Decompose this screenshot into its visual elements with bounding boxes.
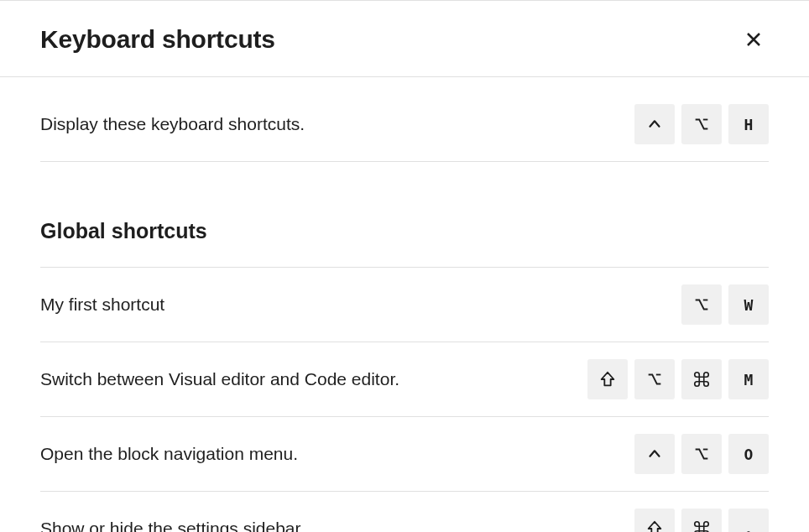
- key-m: M: [728, 359, 769, 399]
- shortcut-keys: O: [634, 434, 769, 474]
- key-shift: [634, 509, 675, 532]
- key-control: [634, 104, 675, 144]
- option-icon: [692, 115, 711, 133]
- shift-icon: [645, 519, 664, 532]
- shortcut-keys: H: [634, 104, 769, 144]
- modal-title: Keyboard shortcuts: [40, 25, 275, 54]
- close-icon: [744, 29, 764, 50]
- command-icon: [692, 519, 711, 532]
- shortcut-label: My first shortcut: [40, 295, 164, 315]
- shift-icon: [598, 370, 617, 389]
- shortcut-keys: ,: [634, 509, 769, 532]
- key-option: [681, 104, 722, 144]
- shortcut-row: My first shortcutW: [40, 268, 769, 342]
- keyboard-shortcuts-modal: Keyboard shortcuts Display these keyboar…: [0, 0, 809, 532]
- key-command: [681, 359, 722, 399]
- section-title: Global shortcuts: [40, 172, 769, 268]
- shortcut-row: Display these keyboard shortcuts.H: [40, 87, 769, 162]
- option-icon: [692, 295, 711, 314]
- key-option: [681, 434, 722, 474]
- command-icon: [692, 370, 711, 389]
- option-icon: [645, 370, 664, 389]
- modal-body: Display these keyboard shortcuts.HGlobal…: [0, 77, 809, 532]
- ctrl-icon: [645, 115, 664, 133]
- key-command: [681, 509, 722, 532]
- key-shift: [587, 359, 628, 399]
- key-o: O: [728, 434, 769, 474]
- key-comma: ,: [728, 509, 769, 532]
- shortcut-section: Display these keyboard shortcuts.H: [40, 77, 769, 162]
- shortcut-label: Switch between Visual editor and Code ed…: [40, 369, 399, 389]
- key-option: [634, 359, 675, 399]
- option-icon: [692, 445, 711, 463]
- close-button[interactable]: [739, 24, 769, 55]
- shortcut-row: Open the block navigation menu.O: [40, 417, 769, 492]
- shortcut-row: Show or hide the settings sidebar.,: [40, 492, 769, 532]
- ctrl-icon: [645, 445, 664, 463]
- shortcut-row: Switch between Visual editor and Code ed…: [40, 342, 769, 417]
- shortcut-section: Global shortcutsMy first shortcutWSwitch…: [40, 162, 769, 532]
- shortcut-keys: M: [587, 359, 769, 399]
- key-option: [681, 284, 722, 325]
- key-control: [634, 434, 675, 474]
- modal-header: Keyboard shortcuts: [0, 0, 809, 77]
- shortcut-label: Show or hide the settings sidebar.: [40, 519, 305, 532]
- key-w: W: [728, 284, 769, 325]
- shortcut-keys: W: [681, 284, 769, 325]
- shortcut-label: Open the block navigation menu.: [40, 444, 298, 464]
- key-h: H: [728, 104, 769, 144]
- shortcut-label: Display these keyboard shortcuts.: [40, 114, 305, 134]
